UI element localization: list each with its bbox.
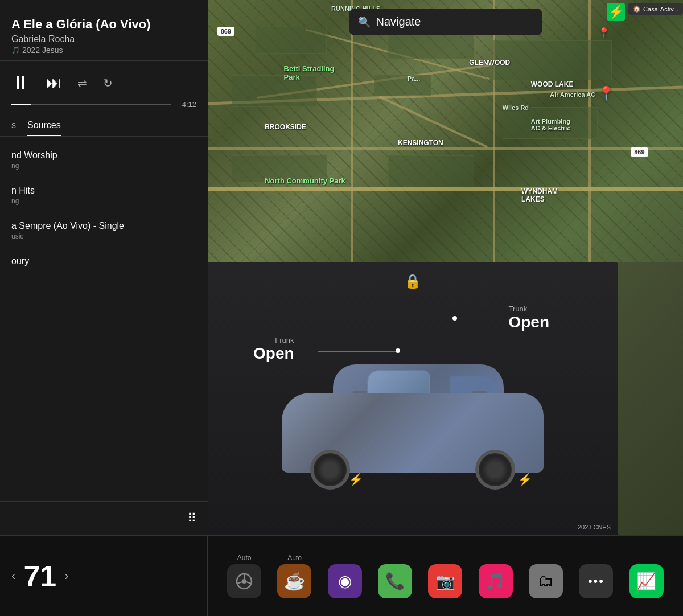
block-3 [232,155,327,182]
road-curve1 [379,96,488,148]
auto-label-2: Auto [287,554,302,562]
chart-icon: 📈 [636,572,656,590]
map-label-kensington: KENSINGTON [398,139,443,147]
channel-number: 71 [20,559,60,593]
taskbar-files: - 🗂 [529,554,563,598]
playlist-sub-3: usic [11,232,196,240]
charging-badge[interactable]: ⚡ [607,3,625,21]
right-strip-map [618,262,683,535]
location-sub: Activ... [660,6,678,13]
next-button[interactable]: ⏭ [46,73,61,92]
music-icon: 🎵 [485,572,505,590]
circle-app-icon[interactable]: ◉ [328,564,362,598]
frunk-label: Frunk [253,336,294,344]
chart-app-icon[interactable]: 📈 [629,564,664,598]
coffee-icon: ☕ [284,571,305,591]
playback-controls: ⏸ ⏭ ⇌ ↻ -4:12 [0,61,208,114]
playlist-title-1: nd Worship [11,150,196,161]
tesla-car: ⚡ ⚡ [265,359,561,495]
route-869-left: 869 [217,27,234,36]
trunk-label: Trunk [508,305,549,313]
list-item[interactable]: n Hits ng [0,178,208,213]
album-icon: 🎵 [11,46,20,54]
channel-next-button[interactable]: › [64,569,68,584]
map-top-right: ⚡ 🏠 Casa Activ... [607,3,683,21]
home-icon: 🏠 [633,5,641,13]
progress-bar[interactable] [11,104,171,105]
trunk-dot [452,316,457,321]
tab-s[interactable]: s [11,120,16,136]
lightning-left-icon: ⚡ [349,473,363,486]
svg-line-3 [237,582,242,584]
files-icon: 🗂 [538,572,554,590]
music-tabs: s Sources [0,114,208,137]
map-pin-blue: 📍 [598,85,615,101]
camera-app-icon[interactable]: 📷 [428,564,462,598]
block-4 [388,155,474,187]
map-label-woodlake: WOOD LAKE [531,80,574,88]
location-badge: 🏠 Casa Activ... [628,3,683,15]
shuffle-button[interactable]: ⇌ [77,76,87,90]
playlist: nd Worship ng n Hits ng a Sempre (Ao Viv… [0,137,208,501]
progress-area: -4:12 [11,100,196,109]
steering-wheel-icon [235,572,253,590]
playlist-sub-1: ng [11,162,196,170]
taskbar-more: - ••• [579,554,613,598]
list-item[interactable]: oury [0,248,208,274]
cnes-label: 2023 CNES [578,524,611,531]
playlist-title-3: a Sempre (Ao Vivo) - Single [11,221,196,231]
vehicle-content: 🔒 Frunk Open Trunk Open [208,262,618,535]
taskbar-circle: - ◉ [328,554,362,598]
lock-icon: 🔒 [404,273,421,289]
lock-area: 🔒 [404,273,421,335]
repeat-button[interactable]: ↻ [103,76,113,90]
playlist-title-2: n Hits [11,186,196,196]
more-icon: ••• [588,574,604,589]
phone-app-icon[interactable]: 📞 [378,564,412,598]
car-wheel-right [475,450,515,490]
more-app-icon[interactable]: ••• [579,564,613,598]
track-album: 🎵 2022 Jesus [11,46,196,55]
equalizer-icon[interactable]: ⠿ [187,511,196,526]
taskbar-auto-2: Auto ☕ [277,554,311,598]
frunk-connector [318,351,397,352]
taskbar-phone: - 📞 [378,554,412,598]
block-6 [503,107,598,139]
svg-line-4 [246,582,251,584]
pause-button[interactable]: ⏸ [11,72,30,93]
road-v1 [351,0,353,268]
music-app-icon[interactable]: 🎵 [479,564,513,598]
road-h2 [208,147,683,150]
block-2 [374,75,431,97]
map-label-brookside: BROOKSIDE [265,123,306,131]
circle-icon: ◉ [338,572,352,590]
bottom-bar-left: ⠿ [0,501,208,535]
now-playing-section: A Ele a Glória (Ao Vivo) Gabriela Rocha … [0,0,208,61]
lock-line [413,289,413,335]
channel-prev-button[interactable]: ‹ [11,569,15,584]
list-item[interactable]: a Sempre (Ao Vivo) - Single usic [0,213,208,248]
car-container: ⚡ ⚡ [253,359,572,507]
files-app-icon[interactable]: 🗂 [529,564,563,598]
block-1 [232,75,317,107]
time-remaining: -4:12 [176,100,196,109]
tab-sources[interactable]: Sources [27,120,61,136]
trunk-label-area: Trunk Open [508,305,549,331]
camera-icon: 📷 [435,572,455,590]
control-buttons: ⏸ ⏭ ⇌ ↻ [11,72,196,93]
road-h3 [208,187,683,191]
taskbar-chart: - 📈 [629,554,664,598]
map-search-bar[interactable]: 🔍 Navigate [349,9,542,35]
playlist-title-4: oury [11,256,196,266]
list-item[interactable]: nd Worship ng [0,142,208,178]
taskbar-left: ‹ 71 › [0,536,208,616]
location-text: Casa [643,6,658,13]
map-area[interactable]: GLENWOOD WOOD LAKE Betti StradlingPark B… [208,0,683,268]
auto-app-icon[interactable] [227,564,261,598]
trunk-connector [458,319,515,319]
block-7 [256,27,327,54]
block-5 [493,40,612,81]
coffee-app-icon[interactable]: ☕ [277,564,311,598]
map-pin-blue2: 📍 [598,27,610,39]
lightning-right-icon: ⚡ [518,473,532,486]
